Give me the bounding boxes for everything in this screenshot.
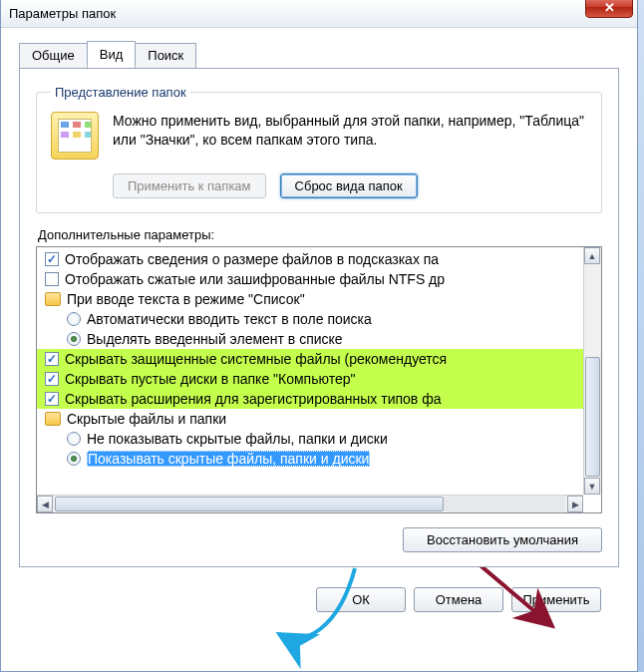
tab-search[interactable]: Поиск [135,43,196,69]
setting-label: Показывать скрытые файлы, папки и диски [87,451,370,467]
horizontal-scrollbar[interactable]: ◀ ▶ [37,495,583,512]
window-edge-decoration [638,0,644,672]
scroll-thumb[interactable] [55,497,444,511]
scroll-right-arrow-icon[interactable]: ▶ [567,496,583,512]
setting-label: Отображать сжатые или зашифрованные файл… [65,271,445,287]
folder-views-group: Представление папок Можно применить вид,… [36,85,602,213]
setting-show-hidden[interactable]: Показывать скрытые файлы, папки и диски [37,449,583,469]
close-button[interactable]: ✕ [585,0,633,18]
ok-button[interactable]: ОК [316,587,406,612]
window-title: Параметры папок [9,6,116,21]
folder-views-description: Можно применить вид, выбранный для этой … [113,112,587,150]
radio-icon[interactable] [67,312,81,326]
setting-label: Скрывать пустые диски в папке "Компьютер… [65,371,355,387]
vertical-scrollbar[interactable]: ▲ ▼ [583,247,601,495]
setting-dont-show-hidden[interactable]: Не показывать скрытые файлы, папки и дис… [37,429,583,449]
setting-label: При вводе текста в режиме "Список" [67,291,305,307]
cancel-button[interactable]: Отмена [414,587,503,612]
folder-icon [45,412,61,426]
apply-button[interactable]: Применить [511,587,601,612]
apply-label: Применить [522,592,589,607]
close-icon: ✕ [604,0,615,15]
radio-icon[interactable] [67,432,81,446]
advanced-settings-tree: Отображать сведения о размере файлов в п… [36,246,602,513]
tab-view[interactable]: Вид [87,41,137,67]
tab-general[interactable]: Общие [19,43,88,69]
tab-search-label: Поиск [148,48,183,63]
reset-folders-button[interactable]: Сброс вида папок [280,173,418,198]
setting-label: Скрывать защищенные системные файлы (рек… [65,351,447,367]
setting-label: Скрытые файлы и папки [67,411,226,427]
setting-label: Не показывать скрытые файлы, папки и дис… [87,431,388,447]
ok-label: ОК [352,592,370,607]
setting-hide-protected-os-files[interactable]: Скрывать защищенные системные файлы (рек… [37,349,583,369]
setting-show-compressed-ntfs[interactable]: Отображать сжатые или зашифрованные файл… [37,269,583,289]
folder-views-icon [51,112,99,160]
setting-hide-known-extensions[interactable]: Скрывать расширения для зарегистрированн… [37,389,583,409]
view-tab-panel: Представление папок Можно применить вид,… [19,68,619,567]
cancel-label: Отмена [436,592,483,607]
apply-to-folders-label: Применить к папкам [128,178,251,193]
advanced-settings-label: Дополнительные параметры: [38,227,602,242]
tab-strip: Общие Вид Поиск [19,43,619,69]
reset-folders-label: Сброс вида папок [295,178,403,193]
setting-select-typed-item[interactable]: Выделять введенный элемент в списке [37,329,583,349]
checkbox-icon[interactable] [45,252,59,266]
setting-typing-list-mode: При вводе текста в режиме "Список" [37,289,583,309]
dialog-button-row: ОК Отмена Применить [19,573,619,612]
setting-size-info-tooltip[interactable]: Отображать сведения о размере файлов в п… [37,249,583,269]
scroll-up-arrow-icon[interactable]: ▲ [584,247,600,264]
setting-hide-empty-drives[interactable]: Скрывать пустые диски в папке "Компьютер… [37,369,583,389]
setting-hidden-files-group: Скрытые файлы и папки [37,409,583,429]
tab-view-label: Вид [100,47,124,62]
radio-icon[interactable] [67,452,81,466]
tab-general-label: Общие [32,48,75,63]
content-area: Общие Вид Поиск Представление папок Можн… [1,28,637,626]
radio-icon[interactable] [67,332,81,346]
folder-icon [45,292,61,306]
tree-viewport: Отображать сведения о размере файлов в п… [37,247,583,495]
setting-label: Автоматически вводить текст в поле поиск… [87,311,372,327]
scroll-thumb[interactable] [585,357,600,477]
scroll-left-arrow-icon[interactable]: ◀ [37,496,53,512]
setting-label: Отображать сведения о размере файлов в п… [65,251,439,267]
folder-views-legend: Представление папок [51,85,190,100]
checkbox-icon[interactable] [45,352,59,366]
setting-label: Скрывать расширения для зарегистрированн… [65,391,441,407]
scroll-down-arrow-icon[interactable]: ▼ [584,478,600,495]
restore-defaults-button[interactable]: Восстановить умолчания [403,527,602,552]
restore-defaults-label: Восстановить умолчания [427,532,578,547]
checkbox-icon[interactable] [45,392,59,406]
titlebar: Параметры папок ✕ [1,0,637,28]
apply-to-folders-button: Применить к папкам [113,173,266,198]
setting-auto-type-search[interactable]: Автоматически вводить текст в поле поиск… [37,309,583,329]
folder-options-window: Параметры папок ✕ Общие Вид Поиск Предст… [0,0,638,672]
setting-label: Выделять введенный элемент в списке [87,331,343,347]
checkbox-icon[interactable] [45,272,59,286]
checkbox-icon[interactable] [45,372,59,386]
